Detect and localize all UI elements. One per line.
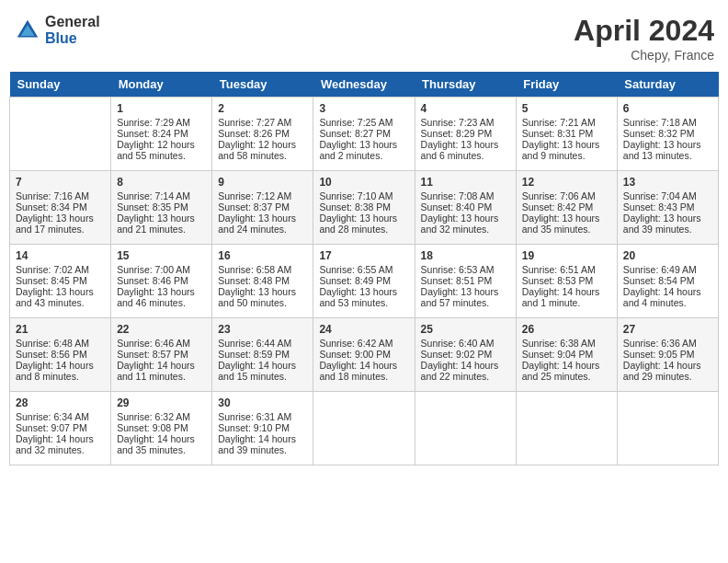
day-number: 24 <box>319 323 408 336</box>
calendar-cell <box>617 392 718 465</box>
daylight-text: Daylight: 13 hours and 50 minutes. <box>218 286 296 308</box>
sunrise-text: Sunrise: 7:21 AM <box>522 117 596 128</box>
sunset-text: Sunset: 8:40 PM <box>421 201 493 213</box>
sunrise-text: Sunrise: 7:29 AM <box>117 117 190 128</box>
page-header: General Blue April 2024 Chepy, France <box>9 9 719 63</box>
month-year: April 2024 <box>574 14 714 48</box>
sunrise-text: Sunrise: 7:23 AM <box>421 117 495 128</box>
daylight-text: Daylight: 13 hours and 35 minutes. <box>522 213 600 235</box>
sunrise-text: Sunrise: 6:34 AM <box>16 411 89 422</box>
day-number: 21 <box>16 323 105 336</box>
sunset-text: Sunset: 8:32 PM <box>623 128 695 139</box>
sunset-text: Sunset: 9:02 PM <box>421 349 493 360</box>
calendar-cell: 22 Sunrise: 6:46 AM Sunset: 8:57 PM Dayl… <box>111 318 212 392</box>
location: Chepy, France <box>574 48 714 63</box>
sunset-text: Sunset: 8:34 PM <box>16 201 87 213</box>
calendar-cell: 7 Sunrise: 7:16 AM Sunset: 8:34 PM Dayli… <box>10 171 111 245</box>
calendar-cell: 27 Sunrise: 6:36 AM Sunset: 9:05 PM Dayl… <box>617 318 718 392</box>
sunrise-text: Sunrise: 7:04 AM <box>623 190 697 201</box>
sunrise-text: Sunrise: 6:46 AM <box>117 338 190 349</box>
calendar-body: 1 Sunrise: 7:29 AM Sunset: 8:24 PM Dayli… <box>10 98 719 465</box>
calendar-cell: 24 Sunrise: 6:42 AM Sunset: 9:00 PM Dayl… <box>313 318 415 392</box>
day-number: 30 <box>218 396 307 409</box>
calendar-cell: 21 Sunrise: 6:48 AM Sunset: 8:56 PM Dayl… <box>10 318 111 392</box>
calendar-cell: 10 Sunrise: 7:10 AM Sunset: 8:38 PM Dayl… <box>313 171 415 245</box>
sunrise-text: Sunrise: 7:00 AM <box>117 264 190 275</box>
calendar-cell: 16 Sunrise: 6:58 AM Sunset: 8:48 PM Dayl… <box>212 245 313 318</box>
daylight-text: Daylight: 13 hours and 17 minutes. <box>16 213 94 235</box>
title-area: April 2024 Chepy, France <box>574 14 714 63</box>
sunset-text: Sunset: 8:38 PM <box>319 201 391 213</box>
calendar-cell: 18 Sunrise: 6:53 AM Sunset: 8:51 PM Dayl… <box>415 245 516 318</box>
sunset-text: Sunset: 8:45 PM <box>16 275 87 286</box>
daylight-text: Daylight: 12 hours and 55 minutes. <box>117 139 195 161</box>
sunrise-text: Sunrise: 7:27 AM <box>218 117 291 128</box>
day-number: 11 <box>421 176 510 189</box>
sunrise-text: Sunrise: 6:42 AM <box>319 338 392 349</box>
sunrise-text: Sunrise: 6:48 AM <box>16 338 89 349</box>
day-number: 17 <box>319 249 408 262</box>
sunset-text: Sunset: 8:53 PM <box>522 275 594 286</box>
calendar-cell: 17 Sunrise: 6:55 AM Sunset: 8:49 PM Dayl… <box>313 245 415 318</box>
calendar-cell <box>415 392 516 465</box>
sunrise-text: Sunrise: 7:16 AM <box>16 190 89 201</box>
calendar-cell: 9 Sunrise: 7:12 AM Sunset: 8:37 PM Dayli… <box>212 171 313 245</box>
calendar-week-row: 28 Sunrise: 6:34 AM Sunset: 9:07 PM Dayl… <box>10 392 719 465</box>
day-number: 26 <box>522 323 611 336</box>
sunset-text: Sunset: 8:31 PM <box>522 128 594 139</box>
sunset-text: Sunset: 8:54 PM <box>623 275 695 286</box>
sunrise-text: Sunrise: 6:31 AM <box>218 411 291 422</box>
sunrise-text: Sunrise: 6:36 AM <box>623 338 697 349</box>
day-number: 13 <box>623 176 712 189</box>
sunset-text: Sunset: 8:27 PM <box>319 128 391 139</box>
sunset-text: Sunset: 8:51 PM <box>421 275 493 286</box>
col-tuesday: Tuesday <box>212 72 313 98</box>
daylight-text: Daylight: 14 hours and 25 minutes. <box>522 360 600 382</box>
sunset-text: Sunset: 8:48 PM <box>218 275 290 286</box>
sunrise-text: Sunrise: 7:12 AM <box>218 190 291 201</box>
daylight-text: Daylight: 13 hours and 57 minutes. <box>421 286 499 308</box>
day-number: 8 <box>117 176 206 189</box>
logo-text: General Blue <box>45 14 100 46</box>
day-number: 19 <box>522 249 611 262</box>
daylight-text: Daylight: 13 hours and 39 minutes. <box>623 213 701 235</box>
sunrise-text: Sunrise: 6:55 AM <box>319 264 392 275</box>
day-number: 27 <box>623 323 712 336</box>
day-number: 15 <box>117 249 206 262</box>
sunset-text: Sunset: 8:37 PM <box>218 201 290 213</box>
calendar-cell: 5 Sunrise: 7:21 AM Sunset: 8:31 PM Dayli… <box>516 98 617 171</box>
day-number: 23 <box>218 323 307 336</box>
day-number: 5 <box>522 102 611 115</box>
calendar-cell: 2 Sunrise: 7:27 AM Sunset: 8:26 PM Dayli… <box>212 98 313 171</box>
day-number: 25 <box>421 323 510 336</box>
calendar-cell: 1 Sunrise: 7:29 AM Sunset: 8:24 PM Dayli… <box>111 98 212 171</box>
calendar-cell: 3 Sunrise: 7:25 AM Sunset: 8:27 PM Dayli… <box>313 98 415 171</box>
logo-icon <box>14 17 41 44</box>
daylight-text: Daylight: 14 hours and 11 minutes. <box>117 360 195 382</box>
calendar-header-row: Sunday Monday Tuesday Wednesday Thursday… <box>10 72 719 98</box>
day-number: 7 <box>16 176 105 189</box>
sunrise-text: Sunrise: 6:38 AM <box>522 338 596 349</box>
daylight-text: Daylight: 14 hours and 18 minutes. <box>319 360 397 382</box>
sunset-text: Sunset: 8:57 PM <box>117 349 188 360</box>
calendar-cell: 13 Sunrise: 7:04 AM Sunset: 8:43 PM Dayl… <box>617 171 718 245</box>
daylight-text: Daylight: 14 hours and 22 minutes. <box>421 360 499 382</box>
col-monday: Monday <box>111 72 212 98</box>
sunrise-text: Sunrise: 7:06 AM <box>522 190 596 201</box>
calendar-cell <box>516 392 617 465</box>
sunset-text: Sunset: 9:00 PM <box>319 349 391 360</box>
calendar-cell: 11 Sunrise: 7:08 AM Sunset: 8:40 PM Dayl… <box>415 171 516 245</box>
calendar-week-row: 14 Sunrise: 7:02 AM Sunset: 8:45 PM Dayl… <box>10 245 719 318</box>
calendar-cell <box>313 392 415 465</box>
logo-general: General <box>45 14 100 30</box>
sunset-text: Sunset: 8:29 PM <box>421 128 493 139</box>
sunset-text: Sunset: 8:59 PM <box>218 349 290 360</box>
day-number: 9 <box>218 176 307 189</box>
calendar-cell: 4 Sunrise: 7:23 AM Sunset: 8:29 PM Dayli… <box>415 98 516 171</box>
day-number: 16 <box>218 249 307 262</box>
day-number: 10 <box>319 176 408 189</box>
calendar-cell: 20 Sunrise: 6:49 AM Sunset: 8:54 PM Dayl… <box>617 245 718 318</box>
calendar-cell: 12 Sunrise: 7:06 AM Sunset: 8:42 PM Dayl… <box>516 171 617 245</box>
calendar-cell: 28 Sunrise: 6:34 AM Sunset: 9:07 PM Dayl… <box>10 392 111 465</box>
calendar-cell: 6 Sunrise: 7:18 AM Sunset: 8:32 PM Dayli… <box>617 98 718 171</box>
